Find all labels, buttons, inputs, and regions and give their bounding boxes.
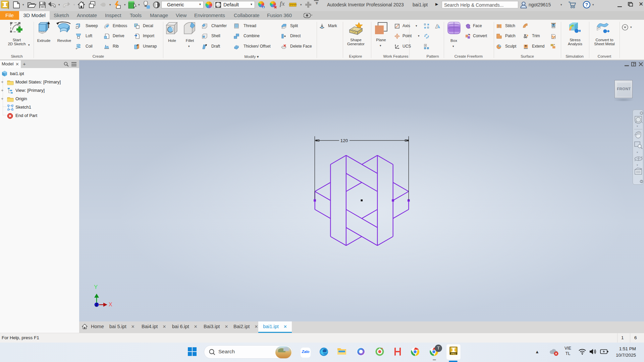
svg-text:X: X bbox=[109, 302, 112, 307]
svg-text:PRO: PRO bbox=[451, 353, 456, 355]
svg-text:Y: Y bbox=[94, 284, 98, 290]
svg-text:?: ? bbox=[585, 2, 588, 7]
svg-text:120: 120 bbox=[340, 138, 348, 143]
svg-text:Z: Z bbox=[95, 302, 98, 307]
